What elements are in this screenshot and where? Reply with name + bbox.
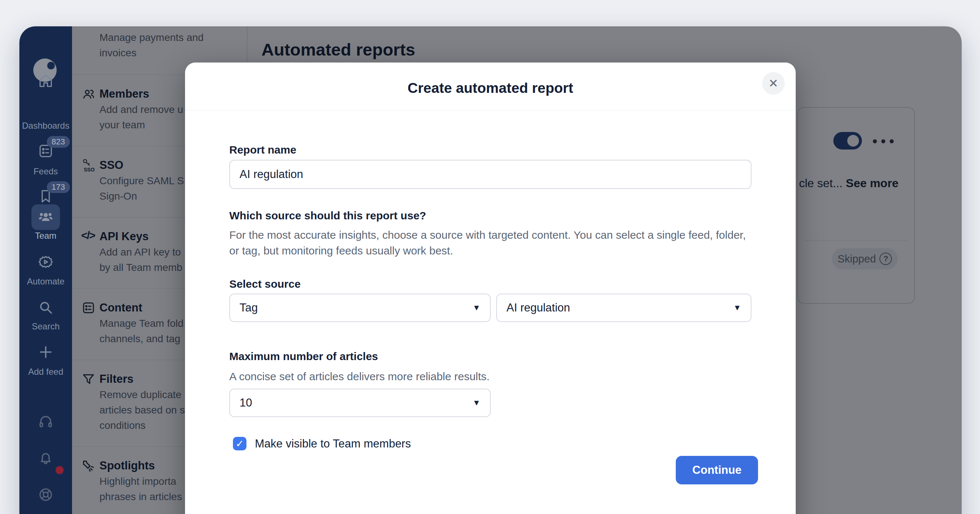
search-icon [37, 299, 54, 316]
chevron-down-icon: ▼ [733, 303, 741, 313]
sidebar-label-automate: Automate [19, 276, 72, 286]
sidebar-label-search: Search [19, 321, 72, 332]
home-icon [37, 72, 54, 89]
sidebar-label-feeds: Feeds [19, 166, 72, 177]
chevron-down-icon: ▼ [473, 398, 480, 407]
plus-icon [37, 344, 54, 360]
source-heading: Which source should this report use? [229, 210, 426, 222]
sidebar-item-team[interactable] [19, 208, 72, 227]
sidebar-label-dashboards: Dashboards [19, 121, 72, 131]
chevron-down-icon: ▼ [473, 303, 480, 313]
source-type-dropdown[interactable]: Tag ▼ [229, 294, 491, 322]
modal-title: Create automated report [185, 80, 796, 96]
sidebar-label-add-feed: Add feed [19, 367, 72, 377]
continue-button[interactable]: Continue [676, 456, 758, 484]
max-articles-hint: A concise set of articles delivers more … [229, 369, 752, 384]
lifebuoy-icon [37, 486, 54, 503]
select-source-label: Select source [229, 278, 301, 290]
screen: Dashboards 823 Feeds [0, 0, 980, 514]
feeds-count-badge: 823 [47, 136, 70, 148]
sidebar-item-add-feed[interactable] [19, 344, 72, 362]
visibility-label: Make visible to Team members [255, 437, 411, 450]
source-value-dropdown[interactable]: AI regulation ▼ [496, 294, 751, 322]
report-name-input[interactable] [229, 160, 751, 189]
sidebar-item-search[interactable] [19, 299, 72, 317]
logo-dot [47, 62, 55, 70]
sidebar-label-team: Team [19, 231, 72, 241]
headphones-icon [37, 413, 54, 430]
source-description: For the most accurate insights, choose a… [229, 227, 752, 258]
sidebar-item-automate[interactable] [19, 254, 72, 272]
source-type-value: Tag [240, 301, 258, 314]
sidebar-item-dashboards[interactable] [19, 72, 72, 91]
sidebar: Dashboards 823 Feeds [19, 26, 72, 514]
max-articles-dropdown[interactable]: 10 ▼ [229, 388, 491, 417]
close-icon[interactable]: ✕ [762, 72, 785, 95]
max-articles-value: 10 [240, 396, 252, 409]
team-people-icon [37, 208, 54, 225]
support-button[interactable] [19, 413, 72, 431]
create-automated-report-modal: Create automated report ✕ Report name Wh… [185, 62, 796, 514]
max-articles-label: Maximum number of articles [229, 350, 378, 363]
visibility-checkbox[interactable]: ✓ [233, 437, 247, 450]
notifications-button[interactable] [19, 450, 72, 468]
saved-count-badge: 173 [47, 181, 70, 193]
help-button[interactable] [19, 486, 72, 504]
modal-header-divider [185, 110, 796, 110]
automate-icon [37, 254, 54, 271]
notification-dot [56, 466, 64, 474]
source-value: AI regulation [506, 301, 570, 314]
bell-icon [37, 450, 54, 466]
report-name-label: Report name [229, 144, 296, 156]
